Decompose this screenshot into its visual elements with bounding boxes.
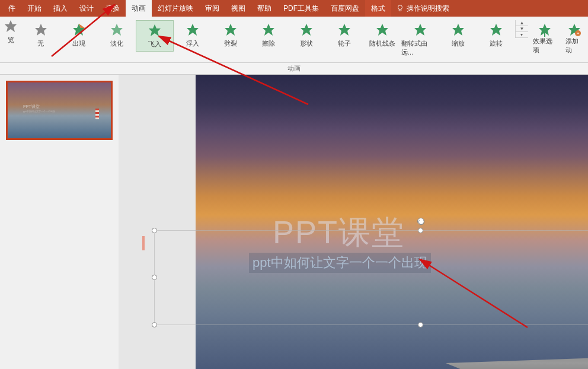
thumb-lighthouse-graphic: [95, 109, 99, 119]
tab-review[interactable]: 审阅: [199, 0, 225, 17]
preview-button[interactable]: 览: [0, 17, 22, 62]
anim-label: 淡化: [110, 39, 123, 48]
anim-swivel[interactable]: 旋转: [477, 20, 515, 50]
svg-marker-15: [490, 24, 502, 36]
tab-design[interactable]: 设计: [74, 0, 100, 17]
ribbon-group-label: 动画: [0, 63, 588, 75]
resize-handle-bl[interactable]: [152, 322, 157, 327]
svg-marker-2: [35, 24, 47, 36]
tab-slideshow[interactable]: 幻灯片放映: [152, 0, 199, 17]
anim-growturn[interactable]: 翻转式由远...: [401, 20, 439, 59]
tab-animation[interactable]: 动画: [126, 0, 152, 17]
selection-box[interactable]: [154, 230, 588, 325]
anim-label: 旋转: [490, 39, 503, 48]
gallery-expand: ▲ ▼ ▾: [515, 20, 528, 38]
svg-marker-3: [73, 24, 85, 36]
anim-label: 轮子: [338, 39, 351, 48]
anim-fade[interactable]: 淡化: [98, 20, 136, 50]
tab-baidu[interactable]: 百度网盘: [325, 0, 365, 17]
anim-randombars[interactable]: 随机线条: [363, 20, 401, 50]
svg-marker-10: [301, 24, 312, 36]
anim-split[interactable]: 劈裂: [212, 20, 250, 50]
thumbnail-panel: PPT课堂 ppt中如何让文字一个一个出现: [0, 75, 119, 369]
svg-point-0: [398, 5, 402, 9]
add-animation-button[interactable]: + 添加动: [563, 20, 586, 57]
svg-marker-12: [376, 24, 388, 36]
anim-label: 无: [37, 39, 44, 48]
anim-label: 翻转式由远...: [401, 39, 439, 57]
anim-floatin[interactable]: 浮入: [174, 20, 212, 50]
resize-handle-bm[interactable]: [418, 322, 423, 327]
resize-handle-ml[interactable]: [152, 275, 157, 280]
anim-label: 缩放: [452, 39, 465, 48]
resize-handle-tl[interactable]: [152, 228, 157, 233]
preview-label: 览: [8, 36, 14, 44]
thumb-subtitle: ppt中如何让文字一个一个出现: [23, 110, 55, 113]
slide-editor[interactable]: PPT课堂 ppt中如何让文字一个一个出现: [119, 75, 588, 369]
star-icon: [538, 23, 552, 37]
tab-transition[interactable]: 切换: [100, 0, 126, 17]
slide-canvas: PPT课堂 ppt中如何让文字一个一个出现: [196, 75, 588, 369]
effect-options-label: 效果选项: [533, 37, 557, 55]
star-icon: [34, 23, 48, 37]
anim-label: 随机线条: [369, 39, 395, 48]
tab-help[interactable]: 帮助: [251, 0, 277, 17]
animation-gallery: 无 出现 淡化 飞入 浮入 劈裂 擦除 形状: [22, 17, 528, 62]
star-icon: [337, 23, 351, 37]
svg-marker-7: [187, 24, 199, 36]
tab-insert[interactable]: 插入: [47, 0, 74, 17]
anim-wipe[interactable]: 擦除: [250, 20, 287, 50]
anim-label: 出现: [72, 39, 85, 48]
ribbon-right: 效果选项 + 添加动: [528, 17, 588, 62]
svg-marker-5: [111, 24, 123, 36]
anim-label: 飞入: [148, 40, 161, 49]
anim-none[interactable]: 无: [22, 20, 60, 50]
anim-label: 浮入: [186, 39, 199, 48]
anim-zoom[interactable]: 缩放: [439, 20, 477, 50]
svg-text:+: +: [577, 31, 580, 36]
title-bar: 件 开始 插入 设计 切换 动画 幻灯片放映 审阅 视图 帮助 PDF工具集 百…: [0, 0, 588, 17]
gallery-down-button[interactable]: ▼: [516, 26, 528, 32]
tab-start[interactable]: 开始: [21, 0, 47, 17]
anim-label: 形状: [300, 39, 313, 48]
star-icon: [261, 23, 276, 37]
star-icon: [299, 23, 314, 37]
tab-pdf[interactable]: PDF工具集: [277, 0, 325, 17]
add-animation-label: 添加动: [565, 37, 583, 55]
effect-options-button[interactable]: 效果选项: [531, 20, 559, 57]
gallery-up-button[interactable]: ▲: [516, 20, 528, 26]
tab-view[interactable]: 视图: [225, 0, 251, 17]
svg-marker-8: [225, 24, 237, 36]
anim-label: 擦除: [262, 39, 275, 48]
anim-appear[interactable]: 出现: [60, 20, 98, 50]
svg-marker-6: [149, 24, 161, 36]
star-icon: [148, 23, 162, 37]
pier-graphic: [446, 349, 588, 369]
thumb-text: PPT课堂 ppt中如何让文字一个一个出现: [23, 104, 55, 113]
lightbulb-icon: [396, 4, 404, 12]
rotation-handle[interactable]: [417, 218, 424, 225]
svg-marker-13: [414, 24, 426, 36]
anim-flyin[interactable]: 飞入: [136, 20, 174, 52]
tell-me-search[interactable]: 操作说明搜索: [396, 4, 449, 14]
star-icon: [186, 23, 200, 37]
star-icon: [413, 23, 427, 37]
anim-wheel[interactable]: 轮子: [325, 20, 363, 50]
svg-marker-14: [452, 24, 464, 36]
star-icon: [4, 19, 18, 33]
star-icon: [451, 23, 465, 37]
svg-marker-11: [338, 24, 350, 36]
resize-handle-tm[interactable]: [418, 228, 423, 233]
tab-file[interactable]: 件: [2, 0, 21, 17]
slide-thumbnail-1[interactable]: PPT课堂 ppt中如何让文字一个一个出现: [6, 81, 113, 140]
svg-marker-1: [5, 20, 17, 32]
star-plus-icon: +: [567, 23, 581, 37]
search-label: 操作说明搜索: [407, 4, 449, 14]
star-icon: [72, 23, 86, 37]
tab-format[interactable]: 格式: [365, 0, 391, 17]
gallery-more-button[interactable]: ▾: [516, 32, 528, 38]
svg-marker-9: [263, 24, 274, 36]
anim-shape[interactable]: 形状: [287, 20, 325, 50]
star-icon: [110, 23, 124, 37]
thumb-title: PPT课堂: [23, 104, 55, 110]
